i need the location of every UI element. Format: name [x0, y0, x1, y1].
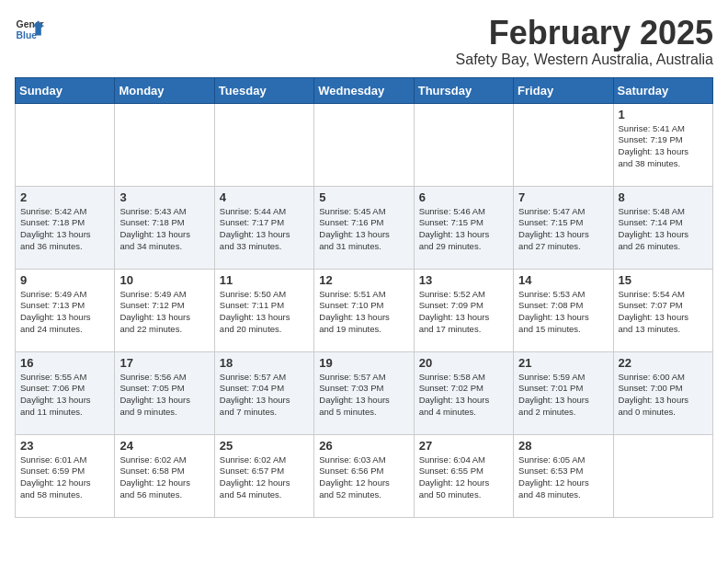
calendar-cell	[613, 434, 712, 517]
day-info: Sunrise: 6:05 AM Sunset: 6:53 PM Dayligh…	[518, 454, 608, 501]
weekday-header-tuesday: Tuesday	[214, 77, 313, 103]
calendar-cell: 27Sunrise: 6:04 AM Sunset: 6:55 PM Dayli…	[414, 434, 513, 517]
day-number: 8	[619, 190, 708, 204]
day-info: Sunrise: 6:04 AM Sunset: 6:55 PM Dayligh…	[419, 454, 508, 501]
calendar-cell: 24Sunrise: 6:02 AM Sunset: 6:58 PM Dayli…	[115, 434, 214, 517]
day-info: Sunrise: 5:51 AM Sunset: 7:10 PM Dayligh…	[319, 289, 408, 336]
calendar-cell: 12Sunrise: 5:51 AM Sunset: 7:10 PM Dayli…	[314, 269, 414, 351]
day-number: 22	[619, 356, 708, 370]
day-info: Sunrise: 5:43 AM Sunset: 7:18 PM Dayligh…	[119, 206, 209, 253]
page-header: General Blue February 2025 Safety Bay, W…	[15, 15, 713, 68]
title-block: February 2025 Safety Bay, Western Austra…	[456, 15, 713, 68]
calendar-cell	[414, 103, 513, 186]
day-info: Sunrise: 5:58 AM Sunset: 7:02 PM Dayligh…	[419, 372, 508, 419]
day-info: Sunrise: 5:52 AM Sunset: 7:09 PM Dayligh…	[419, 289, 508, 336]
calendar-cell: 15Sunrise: 5:54 AM Sunset: 7:07 PM Dayli…	[613, 269, 712, 351]
calendar-cell: 10Sunrise: 5:49 AM Sunset: 7:12 PM Dayli…	[115, 269, 214, 351]
day-number: 16	[20, 356, 109, 370]
calendar-cell: 23Sunrise: 6:01 AM Sunset: 6:59 PM Dayli…	[16, 434, 115, 517]
day-info: Sunrise: 5:46 AM Sunset: 7:15 PM Dayligh…	[419, 206, 508, 253]
day-number: 21	[518, 356, 608, 370]
calendar-cell: 25Sunrise: 6:02 AM Sunset: 6:57 PM Dayli…	[214, 434, 313, 517]
week-row-1: 1Sunrise: 5:41 AM Sunset: 7:19 PM Daylig…	[16, 103, 713, 186]
day-number: 17	[119, 356, 209, 370]
calendar-cell: 17Sunrise: 5:56 AM Sunset: 7:05 PM Dayli…	[115, 351, 214, 434]
calendar-cell: 13Sunrise: 5:52 AM Sunset: 7:09 PM Dayli…	[414, 269, 513, 351]
calendar-cell: 18Sunrise: 5:57 AM Sunset: 7:04 PM Dayli…	[214, 351, 313, 434]
calendar-cell: 1Sunrise: 5:41 AM Sunset: 7:19 PM Daylig…	[613, 103, 712, 186]
weekday-header-wednesday: Wednesday	[314, 77, 414, 103]
calendar-cell: 4Sunrise: 5:44 AM Sunset: 7:17 PM Daylig…	[214, 186, 313, 269]
weekday-header-sunday: Sunday	[16, 77, 115, 103]
week-row-3: 9Sunrise: 5:49 AM Sunset: 7:13 PM Daylig…	[16, 269, 713, 351]
day-info: Sunrise: 5:49 AM Sunset: 7:12 PM Dayligh…	[119, 289, 209, 336]
weekday-header-row: SundayMondayTuesdayWednesdayThursdayFrid…	[16, 77, 713, 103]
calendar-cell: 20Sunrise: 5:58 AM Sunset: 7:02 PM Dayli…	[414, 351, 513, 434]
day-info: Sunrise: 5:56 AM Sunset: 7:05 PM Dayligh…	[119, 372, 209, 419]
calendar-cell	[514, 103, 613, 186]
day-info: Sunrise: 5:41 AM Sunset: 7:19 PM Dayligh…	[619, 123, 708, 170]
logo: General Blue	[15, 15, 44, 44]
day-info: Sunrise: 6:01 AM Sunset: 6:59 PM Dayligh…	[20, 454, 109, 501]
calendar-cell: 8Sunrise: 5:48 AM Sunset: 7:14 PM Daylig…	[613, 186, 712, 269]
day-info: Sunrise: 6:00 AM Sunset: 7:00 PM Dayligh…	[619, 372, 708, 419]
day-info: Sunrise: 5:57 AM Sunset: 7:04 PM Dayligh…	[220, 372, 309, 419]
calendar-table: SundayMondayTuesdayWednesdayThursdayFrid…	[15, 77, 713, 518]
day-info: Sunrise: 5:57 AM Sunset: 7:03 PM Dayligh…	[319, 372, 408, 419]
day-info: Sunrise: 5:53 AM Sunset: 7:08 PM Dayligh…	[518, 289, 608, 336]
day-number: 4	[220, 190, 309, 204]
calendar-cell: 3Sunrise: 5:43 AM Sunset: 7:18 PM Daylig…	[115, 186, 214, 269]
day-number: 26	[319, 439, 408, 453]
calendar-cell	[314, 103, 414, 186]
day-info: Sunrise: 5:55 AM Sunset: 7:06 PM Dayligh…	[20, 372, 109, 419]
calendar-cell: 5Sunrise: 5:45 AM Sunset: 7:16 PM Daylig…	[314, 186, 414, 269]
day-number: 25	[220, 439, 309, 453]
weekday-header-friday: Friday	[514, 77, 613, 103]
day-info: Sunrise: 6:02 AM Sunset: 6:57 PM Dayligh…	[220, 454, 309, 501]
day-number: 7	[518, 190, 608, 204]
day-info: Sunrise: 5:44 AM Sunset: 7:17 PM Dayligh…	[220, 206, 309, 253]
calendar-cell: 11Sunrise: 5:50 AM Sunset: 7:11 PM Dayli…	[214, 269, 313, 351]
day-number: 15	[619, 273, 708, 287]
day-info: Sunrise: 5:49 AM Sunset: 7:13 PM Dayligh…	[20, 289, 109, 336]
day-number: 3	[119, 190, 209, 204]
calendar-cell: 26Sunrise: 6:03 AM Sunset: 6:56 PM Dayli…	[314, 434, 414, 517]
week-row-2: 2Sunrise: 5:42 AM Sunset: 7:18 PM Daylig…	[16, 186, 713, 269]
day-info: Sunrise: 5:50 AM Sunset: 7:11 PM Dayligh…	[220, 289, 309, 336]
day-info: Sunrise: 5:48 AM Sunset: 7:14 PM Dayligh…	[619, 206, 708, 253]
day-number: 14	[518, 273, 608, 287]
day-number: 27	[419, 439, 508, 453]
day-number: 2	[20, 190, 109, 204]
calendar-cell	[214, 103, 313, 186]
day-info: Sunrise: 6:02 AM Sunset: 6:58 PM Dayligh…	[119, 454, 209, 501]
day-info: Sunrise: 5:54 AM Sunset: 7:07 PM Dayligh…	[619, 289, 708, 336]
calendar-title: February 2025	[456, 15, 713, 52]
day-number: 18	[220, 356, 309, 370]
calendar-cell: 6Sunrise: 5:46 AM Sunset: 7:15 PM Daylig…	[414, 186, 513, 269]
weekday-header-saturday: Saturday	[613, 77, 712, 103]
day-info: Sunrise: 5:59 AM Sunset: 7:01 PM Dayligh…	[518, 372, 608, 419]
weekday-header-monday: Monday	[115, 77, 214, 103]
week-row-4: 16Sunrise: 5:55 AM Sunset: 7:06 PM Dayli…	[16, 351, 713, 434]
day-number: 24	[119, 439, 209, 453]
calendar-cell	[115, 103, 214, 186]
day-info: Sunrise: 5:42 AM Sunset: 7:18 PM Dayligh…	[20, 206, 109, 253]
day-number: 11	[220, 273, 309, 287]
calendar-cell	[16, 103, 115, 186]
logo-icon: General Blue	[15, 15, 44, 44]
day-info: Sunrise: 5:45 AM Sunset: 7:16 PM Dayligh…	[319, 206, 408, 253]
calendar-cell: 9Sunrise: 5:49 AM Sunset: 7:13 PM Daylig…	[16, 269, 115, 351]
day-number: 6	[419, 190, 508, 204]
day-number: 19	[319, 356, 408, 370]
day-number: 1	[619, 108, 708, 121]
calendar-cell: 19Sunrise: 5:57 AM Sunset: 7:03 PM Dayli…	[314, 351, 414, 434]
calendar-cell: 2Sunrise: 5:42 AM Sunset: 7:18 PM Daylig…	[16, 186, 115, 269]
calendar-subtitle: Safety Bay, Western Australia, Australia	[456, 52, 713, 68]
day-number: 12	[319, 273, 408, 287]
calendar-cell: 7Sunrise: 5:47 AM Sunset: 7:15 PM Daylig…	[514, 186, 613, 269]
day-number: 28	[518, 439, 608, 453]
day-info: Sunrise: 6:03 AM Sunset: 6:56 PM Dayligh…	[319, 454, 408, 501]
svg-text:Blue: Blue	[17, 30, 38, 40]
weekday-header-thursday: Thursday	[414, 77, 513, 103]
day-info: Sunrise: 5:47 AM Sunset: 7:15 PM Dayligh…	[518, 206, 608, 253]
